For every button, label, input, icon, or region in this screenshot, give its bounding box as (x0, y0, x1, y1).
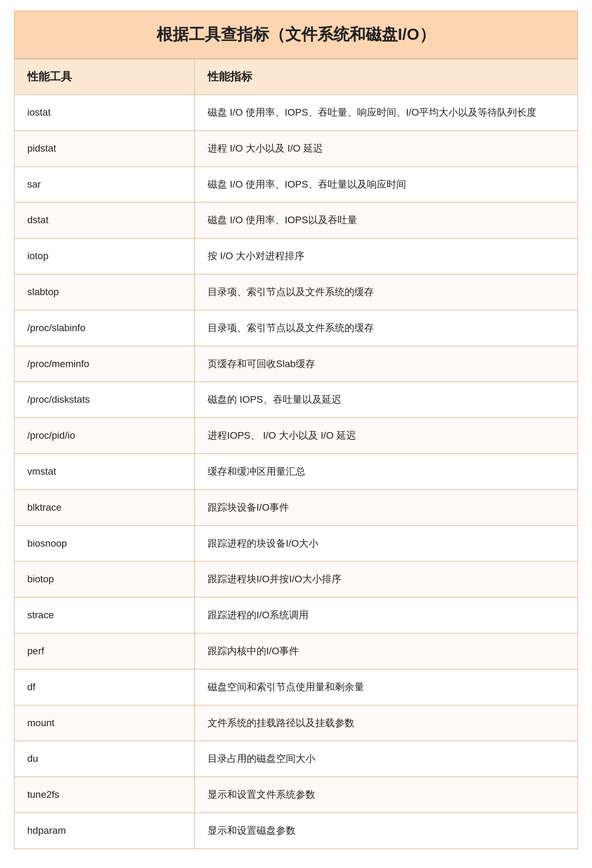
table-row: /proc/pid/io进程IOPS、 I/O 大小以及 I/O 延迟 (14, 418, 578, 454)
cell-tool: tune2fs (14, 777, 195, 813)
cell-metric: 进程 I/O 大小以及 I/O 延迟 (195, 131, 578, 167)
table-row: dstat磁盘 I/O 使用率、IOPS以及吞吐量 (14, 202, 578, 238)
table-row: sar磁盘 I/O 使用率、IOPS、吞吐量以及响应时间 (14, 167, 578, 202)
page-title: 根据工具查指标（文件系统和磁盘I/O） (14, 10, 578, 59)
cell-metric: 进程IOPS、 I/O 大小以及 I/O 延迟 (195, 418, 578, 454)
table-row: du目录占用的磁盘空间大小 (14, 741, 578, 777)
cell-tool: biotop (14, 561, 195, 597)
cell-metric: 文件系统的挂载路径以及挂载参数 (195, 705, 578, 741)
table-row: biotop跟踪进程块I/O并按I/O大小排序 (14, 561, 578, 597)
cell-metric: 跟踪块设备I/O事件 (195, 490, 578, 526)
table-row: /proc/slabinfo目录项、索引节点以及文件系统的缓存 (14, 310, 578, 346)
table-row: slabtop目录项、索引节点以及文件系统的缓存 (14, 274, 578, 310)
table-row: perf跟踪内核中的I/O事件 (14, 633, 578, 669)
table-row: tune2fs显示和设置文件系统参数 (14, 777, 578, 813)
cell-metric: 跟踪进程块I/O并按I/O大小排序 (195, 561, 578, 597)
cell-tool: biosnoop (14, 526, 195, 562)
metrics-table: 性能工具 性能指标 iostat磁盘 I/O 使用率、IOPS、吞吐量、响应时间… (14, 59, 578, 849)
cell-tool: df (14, 669, 195, 705)
table-body: iostat磁盘 I/O 使用率、IOPS、吞吐量、响应时间、I/O平均大小以及… (14, 94, 578, 849)
cell-metric: 磁盘 I/O 使用率、IOPS、吞吐量以及响应时间 (195, 167, 578, 202)
cell-tool: du (14, 741, 195, 777)
cell-metric: 显示和设置文件系统参数 (195, 777, 578, 813)
table-row: /proc/meminfo页缓存和可回收Slab缓存 (14, 346, 578, 382)
cell-metric: 跟踪内核中的I/O事件 (195, 633, 578, 669)
table-row: hdparam显示和设置磁盘参数 (14, 813, 578, 849)
cell-metric: 磁盘空间和索引节点使用量和剩余量 (195, 669, 578, 705)
cell-tool: /proc/diskstats (14, 382, 195, 418)
cell-metric: 目录项、索引节点以及文件系统的缓存 (195, 274, 578, 310)
table-row: /proc/diskstats磁盘的 IOPS、吞吐量以及延迟 (14, 382, 578, 418)
cell-tool: iotop (14, 238, 195, 274)
cell-tool: perf (14, 633, 195, 669)
cell-metric: 缓存和缓冲区用量汇总 (195, 454, 578, 490)
cell-metric: 页缓存和可回收Slab缓存 (195, 346, 578, 382)
table-row: df磁盘空间和索引节点使用量和剩余量 (14, 669, 578, 705)
cell-tool: /proc/pid/io (14, 418, 195, 454)
cell-metric: 跟踪进程的块设备I/O大小 (195, 526, 578, 562)
table-header-row: 性能工具 性能指标 (14, 59, 578, 94)
cell-tool: sar (14, 167, 195, 202)
cell-tool: dstat (14, 202, 195, 238)
table-row: biosnoop跟踪进程的块设备I/O大小 (14, 526, 578, 562)
cell-tool: iostat (14, 94, 195, 131)
cell-metric: 磁盘 I/O 使用率、IOPS以及吞吐量 (195, 202, 578, 238)
table-row: blktrace跟踪块设备I/O事件 (14, 490, 578, 526)
cell-metric: 磁盘的 IOPS、吞吐量以及延迟 (195, 382, 578, 418)
cell-tool: /proc/slabinfo (14, 310, 195, 346)
cell-tool: mount (14, 705, 195, 741)
cell-tool: vmstat (14, 454, 195, 490)
cell-tool: blktrace (14, 490, 195, 526)
cell-metric: 目录项、索引节点以及文件系统的缓存 (195, 310, 578, 346)
cell-metric: 跟踪进程的I/O系统调用 (195, 597, 578, 633)
col-header-tool: 性能工具 (14, 59, 195, 94)
table-row: strace跟踪进程的I/O系统调用 (14, 597, 578, 633)
table-row: iostat磁盘 I/O 使用率、IOPS、吞吐量、响应时间、I/O平均大小以及… (14, 94, 578, 131)
cell-tool: pidstat (14, 131, 195, 167)
cell-metric: 显示和设置磁盘参数 (195, 813, 578, 849)
cell-tool: /proc/meminfo (14, 346, 195, 382)
table-row: vmstat缓存和缓冲区用量汇总 (14, 454, 578, 490)
table-row: iotop按 I/O 大小对进程排序 (14, 238, 578, 274)
table-row: pidstat进程 I/O 大小以及 I/O 延迟 (14, 131, 578, 167)
cell-tool: strace (14, 597, 195, 633)
page-wrapper: 根据工具查指标（文件系统和磁盘I/O） 性能工具 性能指标 iostat磁盘 I… (0, 0, 592, 868)
col-header-metric: 性能指标 (195, 59, 578, 94)
table-row: mount文件系统的挂载路径以及挂载参数 (14, 705, 578, 741)
cell-metric: 按 I/O 大小对进程排序 (195, 238, 578, 274)
cell-metric: 磁盘 I/O 使用率、IOPS、吞吐量、响应时间、I/O平均大小以及等待队列长度 (195, 94, 578, 131)
cell-tool: hdparam (14, 813, 195, 849)
cell-tool: slabtop (14, 274, 195, 310)
cell-metric: 目录占用的磁盘空间大小 (195, 741, 578, 777)
